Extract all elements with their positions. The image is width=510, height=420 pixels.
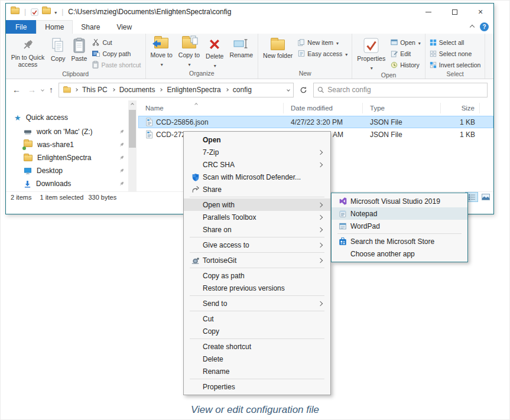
copy-to-button[interactable]: Copy to: [176, 36, 202, 67]
delete-button[interactable]: Delete: [203, 36, 226, 69]
move-to-button[interactable]: Move to: [148, 36, 175, 67]
breadcrumb-chevron-icon: [160, 88, 163, 92]
cut-button[interactable]: Cut: [90, 37, 142, 47]
sidebar-item-work-on-mac[interactable]: work on 'Mac' (Z:): [6, 125, 128, 138]
menu-item-scan-with-defender[interactable]: Scan with Microsoft Defender...: [184, 171, 330, 183]
pin-icon[interactable]: [119, 168, 125, 174]
menu-item-share-on[interactable]: Share on: [184, 223, 330, 236]
pin-icon[interactable]: [119, 181, 125, 187]
close-button[interactable]: ×: [467, 4, 493, 20]
properties-button[interactable]: Properties: [355, 36, 388, 71]
breadcrumb-documents[interactable]: Documents: [118, 86, 157, 94]
qat-customize-caret-icon[interactable]: [54, 8, 57, 16]
open-button[interactable]: Open: [389, 37, 423, 47]
menu-item-create-shortcut[interactable]: Create shortcut: [184, 340, 330, 353]
rename-button[interactable]: Rename: [227, 36, 255, 58]
menu-item-open[interactable]: Open: [184, 134, 330, 146]
column-header-size[interactable]: Size: [441, 103, 480, 113]
tab-view[interactable]: View: [108, 20, 140, 34]
sidebar-item-quick-access[interactable]: ★ Quick access: [6, 111, 128, 124]
column-header-type[interactable]: Type: [363, 103, 441, 113]
easy-access-button[interactable]: Easy access: [296, 48, 349, 58]
help-icon[interactable]: ?: [480, 22, 489, 31]
menu-item-parallels-toolbox[interactable]: Parallels Toolbox: [184, 211, 330, 223]
maximize-button[interactable]: [441, 4, 467, 20]
recent-locations-caret-icon[interactable]: [41, 88, 44, 92]
sidebar-scrollbar[interactable]: [128, 100, 137, 203]
menu-item-copy-as-path[interactable]: Copy as path: [184, 269, 330, 282]
breadcrumb[interactable]: This PC Documents EnlightenSpectra confi…: [59, 83, 294, 97]
invert-selection-button[interactable]: Invert selection: [428, 60, 483, 70]
paste-button[interactable]: Paste: [69, 36, 90, 62]
breadcrumb-chevron-icon: [112, 88, 115, 92]
menu-item-rename[interactable]: Rename: [184, 365, 330, 377]
breadcrumb-config[interactable]: config: [232, 86, 253, 94]
new-folder-button[interactable]: New folder: [261, 36, 295, 59]
scroll-up-icon[interactable]: [128, 100, 137, 109]
breadcrumb-this-pc[interactable]: This PC: [81, 86, 109, 94]
large-icons-view-button[interactable]: [479, 192, 492, 202]
quick-access-star-icon: ★: [14, 113, 21, 122]
ribbon-group-open: Properties Open Edit History: [352, 34, 425, 79]
menu-item-cut[interactable]: Cut: [184, 312, 330, 325]
back-icon[interactable]: ←: [11, 85, 22, 95]
microsoft-store-icon: [335, 237, 350, 246]
select-none-button[interactable]: Select none: [428, 48, 483, 58]
search-box[interactable]: [313, 83, 488, 97]
forward-icon[interactable]: →: [26, 85, 38, 95]
file-row-ccd-25856[interactable]: CCD-25856.json 4/27/22 3:20 PM JSON File…: [138, 116, 493, 128]
copy-path-button[interactable]: Copy path: [90, 48, 142, 58]
up-icon[interactable]: ↑: [47, 85, 55, 95]
menu-item-share[interactable]: Share: [184, 183, 330, 196]
edit-button[interactable]: Edit: [389, 48, 423, 58]
pushpin-icon: [21, 38, 35, 52]
select-all-button[interactable]: Select all: [428, 37, 483, 47]
address-dropdown-caret-icon[interactable]: [287, 88, 290, 92]
collapse-ribbon-icon[interactable]: [470, 24, 475, 29]
tab-home[interactable]: Home: [36, 20, 73, 34]
menu-item-copy[interactable]: Copy: [184, 325, 330, 337]
pin-icon[interactable]: [119, 129, 125, 135]
sidebar-item-downloads[interactable]: Downloads: [6, 177, 128, 190]
scrollbar-thumb[interactable]: [129, 110, 136, 148]
menu-item-send-to[interactable]: Send to: [184, 297, 330, 310]
menu-item-give-access-to[interactable]: Give access to: [184, 239, 330, 251]
search-input[interactable]: [327, 86, 483, 94]
sidebar-item-was-share1[interactable]: was-share1: [6, 138, 128, 151]
submenu-item-search-microsoft-store[interactable]: Search the Microsoft Store: [332, 235, 467, 248]
pin-to-quick-access-button[interactable]: Pin to Quick access: [8, 36, 47, 68]
tab-share[interactable]: Share: [73, 20, 108, 34]
tab-file[interactable]: File: [6, 20, 36, 34]
paste-shortcut-button[interactable]: Paste shortcut: [90, 60, 142, 70]
submenu-item-choose-another-app[interactable]: Choose another app: [332, 248, 467, 260]
status-item-count: 2 items: [11, 194, 31, 201]
menu-item-crc-sha[interactable]: CRC SHA: [184, 158, 330, 171]
column-header-date-modified[interactable]: Date modified: [284, 103, 363, 113]
pin-icon[interactable]: [119, 142, 125, 148]
menu-item-tortoisegit[interactable]: TortoiseGit: [184, 254, 330, 266]
menu-item-7zip[interactable]: 7-Zip: [184, 146, 330, 158]
menu-item-restore-previous-versions[interactable]: Restore previous versions: [184, 282, 330, 294]
pin-icon[interactable]: [119, 155, 125, 161]
qat-properties-icon[interactable]: [31, 8, 38, 16]
refresh-icon[interactable]: [297, 86, 310, 94]
context-menu: Open 7-Zip CRC SHA Scan with Microsoft D…: [183, 131, 331, 395]
dropdown-caret-icon: [418, 39, 421, 46]
copy-button[interactable]: Copy: [48, 36, 68, 62]
breadcrumb-enlightenspectra[interactable]: EnlightenSpectra: [165, 86, 222, 94]
minimize-button[interactable]: [415, 4, 441, 20]
properties-icon: [363, 38, 379, 53]
submenu-item-wordpad[interactable]: WordPad: [332, 220, 467, 232]
menu-item-properties[interactable]: Properties: [184, 380, 330, 393]
delete-icon: [208, 38, 221, 51]
sidebar-item-desktop[interactable]: Desktop: [6, 164, 128, 177]
column-header-name[interactable]: Name: [138, 103, 284, 113]
new-item-button[interactable]: New item: [296, 37, 349, 47]
qat-new-folder-icon[interactable]: [42, 8, 51, 16]
history-button[interactable]: History: [389, 60, 423, 70]
sidebar-item-enlightenspectra[interactable]: EnlightenSpectra: [6, 151, 128, 164]
submenu-item-visual-studio[interactable]: Microsoft Visual Studio 2019: [332, 195, 467, 207]
menu-item-open-with[interactable]: Open with: [184, 198, 330, 211]
menu-item-delete[interactable]: Delete: [184, 353, 330, 365]
submenu-item-notepad[interactable]: Notepad: [332, 207, 467, 220]
